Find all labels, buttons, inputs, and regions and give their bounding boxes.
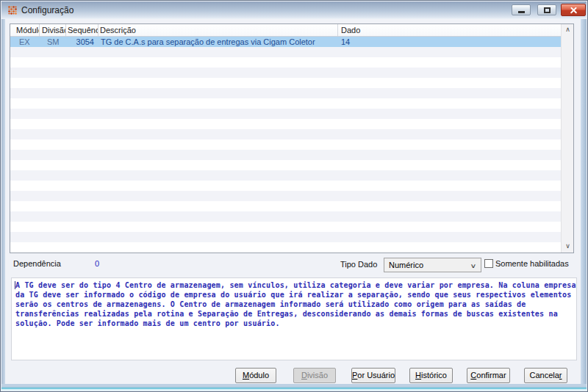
scroll-down-button[interactable]: ∨ <box>562 241 574 253</box>
titlebar[interactable]: Configuração <box>1 1 587 19</box>
modulo-button[interactable]: Módulo <box>235 368 276 383</box>
button-label: D <box>301 371 307 380</box>
tipo-dado-selected-value: Numérico <box>389 261 423 269</box>
configuracao-window: Configuração MóduloDivisãoSequênciaDescr… <box>0 0 588 392</box>
window-border-bottom <box>1 384 587 391</box>
empty-row[interactable] <box>10 150 561 160</box>
empty-row[interactable] <box>10 191 561 201</box>
column-header-2[interactable]: Sequência <box>66 24 98 36</box>
empty-row[interactable] <box>10 242 561 253</box>
button-label: ivisão <box>307 371 328 380</box>
dependencia-label: Dependência <box>13 259 61 268</box>
cancelar-button[interactable]: Cancelar <box>524 368 567 383</box>
historico-button[interactable]: Histórico <box>409 368 453 383</box>
description-line-1: da TG deve ser informado o código de emp… <box>15 290 576 300</box>
description-box: A TG deve ser do tipo 4 Centro de armaze… <box>11 277 577 360</box>
empty-row[interactable] <box>10 211 561 222</box>
description-line-4: solução. Pode ser informado mais de um c… <box>15 319 576 328</box>
empty-row[interactable] <box>10 170 561 181</box>
selected-row[interactable]: EXSM3054TG de C.A.s para separação de en… <box>10 37 561 47</box>
row-cell-1: SM <box>40 37 66 47</box>
maximize-icon <box>544 7 551 13</box>
somente-habilitadas-label: Somente habilitadas <box>495 259 569 268</box>
window-border-left <box>1 19 5 386</box>
dependencia-value: 0 <box>95 259 99 268</box>
grid-body[interactable] <box>10 47 561 253</box>
por-usuario-button[interactable]: Por Usuário <box>351 368 395 383</box>
minimize-icon <box>518 11 525 13</box>
button-label: M <box>243 371 249 380</box>
close-button[interactable] <box>561 4 586 16</box>
text-caret <box>15 281 15 289</box>
scroll-up-button[interactable]: ∧ <box>562 24 574 36</box>
button-label: onfirmar <box>476 371 506 380</box>
tipo-dado-label: Tipo Dado <box>340 260 377 269</box>
empty-row[interactable] <box>10 47 561 57</box>
button-label: Cancela <box>529 371 559 380</box>
column-header-4[interactable]: Dado <box>338 24 561 36</box>
empty-row[interactable] <box>10 57 561 68</box>
column-header-1[interactable]: Divisão <box>40 24 66 36</box>
row-cell-2: 3054 <box>66 37 98 47</box>
empty-row[interactable] <box>10 98 561 109</box>
button-label: istórico <box>421 371 447 380</box>
config-grid: MóduloDivisãoSequênciaDescriçãoDado EXSM… <box>10 23 574 253</box>
column-header-3[interactable]: Descrição <box>98 24 338 36</box>
empty-row[interactable] <box>10 129 561 139</box>
row-cell-4: 14 <box>338 37 561 47</box>
vertical-scrollbar[interactable]: ∧ ∨ <box>561 24 573 253</box>
empty-row[interactable] <box>10 160 561 170</box>
empty-row[interactable] <box>10 88 561 98</box>
row-cell-0: EX <box>10 37 40 47</box>
empty-row[interactable] <box>10 109 561 119</box>
window-border-right <box>581 19 587 386</box>
tipo-dado-select[interactable]: Numérico ∨ <box>384 258 481 272</box>
empty-row[interactable] <box>10 68 561 78</box>
grid-header: MóduloDivisãoSequênciaDescriçãoDado <box>10 24 561 37</box>
window-title: Configuração <box>21 5 74 15</box>
app-logo-icon <box>7 5 18 15</box>
divisao-button: Divisão <box>293 368 336 383</box>
button-label: or Usuário <box>357 371 395 380</box>
empty-row[interactable] <box>10 78 561 88</box>
minimize-button[interactable] <box>512 4 531 15</box>
maximize-button[interactable] <box>537 4 556 15</box>
empty-row[interactable] <box>10 232 561 242</box>
empty-row[interactable] <box>10 222 561 232</box>
somente-habilitadas-checkbox[interactable] <box>484 259 493 268</box>
description-line-0: A TG deve ser do tipo 4 Centro de armaze… <box>15 280 576 290</box>
empty-row[interactable] <box>10 181 561 191</box>
empty-row[interactable] <box>10 139 561 150</box>
column-header-0[interactable]: Módulo <box>10 24 40 36</box>
confirmar-button[interactable]: Confirmar <box>467 368 510 383</box>
description-line-2: serão os centros de armazenagens. O Cent… <box>15 300 576 309</box>
empty-row[interactable] <box>10 119 561 129</box>
row-cell-3: TG de C.A.s para separação de entregas v… <box>98 37 338 47</box>
button-label: r <box>559 371 562 380</box>
button-label: ódulo <box>249 371 269 380</box>
button-label: H <box>415 371 421 380</box>
chevron-down-icon: ∨ <box>470 260 477 273</box>
empty-row[interactable] <box>10 201 561 211</box>
description-line-3: transferências realizadas pela rotina e … <box>15 309 576 319</box>
